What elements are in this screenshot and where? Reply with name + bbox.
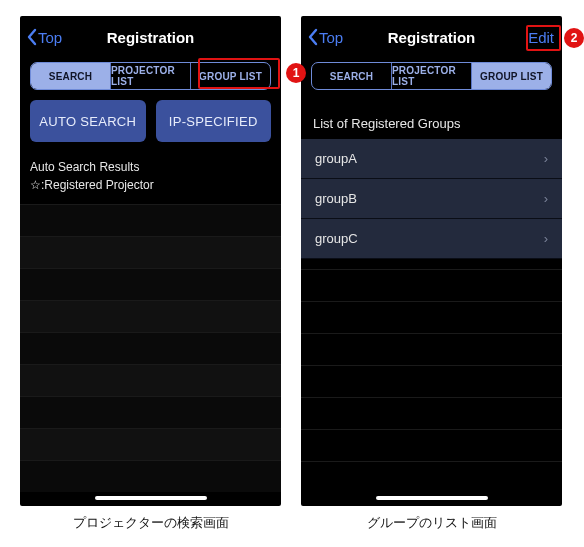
- group-name: groupA: [315, 151, 357, 166]
- list-item: [301, 461, 562, 493]
- list-item: [20, 236, 281, 268]
- right-screen: Top Registration Edit SEARCH PROJECTOR L…: [301, 16, 562, 506]
- chevron-left-icon: [26, 28, 38, 46]
- search-results-info: Auto Search Results ☆:Registered Project…: [20, 154, 281, 204]
- tab-projector-list[interactable]: PROJECTOR LIST: [111, 63, 191, 89]
- empty-rows: [301, 269, 562, 493]
- chevron-right-icon: ›: [544, 191, 548, 206]
- ip-specified-button[interactable]: IP-SPECIFIED: [156, 100, 272, 142]
- list-item: [20, 364, 281, 396]
- list-item: [20, 428, 281, 460]
- auto-search-button[interactable]: AUTO SEARCH: [30, 100, 146, 142]
- home-indicator[interactable]: [95, 496, 207, 500]
- back-label: Top: [38, 29, 62, 46]
- left-caption: プロジェクターの検索画面: [20, 514, 281, 532]
- tab-projector-list[interactable]: PROJECTOR LIST: [392, 63, 472, 89]
- list-item: [20, 460, 281, 492]
- chevron-right-icon: ›: [544, 151, 548, 166]
- list-item: [301, 365, 562, 397]
- tab-search[interactable]: SEARCH: [312, 63, 392, 89]
- list-item: [20, 396, 281, 428]
- list-item: [20, 300, 281, 332]
- list-item: [301, 397, 562, 429]
- chevron-left-icon: [307, 28, 319, 46]
- list-item: [20, 268, 281, 300]
- list-item: [301, 429, 562, 461]
- group-list: groupA › groupB › groupC ›: [301, 139, 562, 259]
- list-item[interactable]: groupB ›: [301, 179, 562, 219]
- back-button[interactable]: Top: [26, 16, 62, 58]
- list-item: [20, 332, 281, 364]
- tab-search[interactable]: SEARCH: [31, 63, 111, 89]
- home-indicator[interactable]: [376, 496, 488, 500]
- list-item: [301, 333, 562, 365]
- list-item: [301, 301, 562, 333]
- list-item: [301, 269, 562, 301]
- tab-group-list[interactable]: GROUP LIST: [472, 63, 551, 89]
- nav-bar: Top Registration Edit: [301, 16, 562, 58]
- page-title: Registration: [388, 29, 476, 46]
- chevron-right-icon: ›: [544, 231, 548, 246]
- right-caption: グループのリスト画面: [301, 514, 562, 532]
- info-line-2: ☆:Registered Projector: [30, 176, 271, 194]
- back-button[interactable]: Top: [307, 16, 343, 58]
- tab-group-list[interactable]: GROUP LIST: [191, 63, 270, 89]
- callout-badge-1: 1: [286, 63, 306, 83]
- empty-results-list: [20, 204, 281, 492]
- group-name: groupB: [315, 191, 357, 206]
- left-screen: Top Registration SEARCH PROJECTOR LIST G…: [20, 16, 281, 506]
- nav-bar: Top Registration: [20, 16, 281, 58]
- page-title: Registration: [107, 29, 195, 46]
- list-item[interactable]: groupA ›: [301, 139, 562, 179]
- back-label: Top: [319, 29, 343, 46]
- list-item: [20, 204, 281, 236]
- callout-badge-2: 2: [564, 28, 584, 48]
- section-header: List of Registered Groups: [301, 116, 562, 139]
- info-line-1: Auto Search Results: [30, 158, 271, 176]
- edit-button[interactable]: Edit: [528, 16, 554, 58]
- button-row: AUTO SEARCH IP-SPECIFIED: [20, 100, 281, 154]
- group-name: groupC: [315, 231, 358, 246]
- list-item[interactable]: groupC ›: [301, 219, 562, 259]
- segmented-control: SEARCH PROJECTOR LIST GROUP LIST: [30, 62, 271, 90]
- segmented-control: SEARCH PROJECTOR LIST GROUP LIST: [311, 62, 552, 90]
